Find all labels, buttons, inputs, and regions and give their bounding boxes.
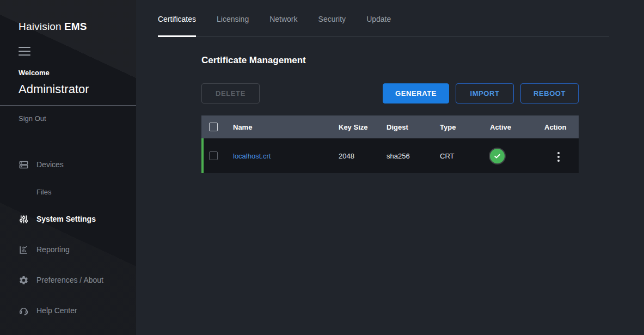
gear-icon bbox=[19, 275, 29, 285]
certificates-table: Name Key Size Digest Type Active Action … bbox=[201, 115, 579, 173]
user-name: Administrator bbox=[19, 82, 118, 96]
certificates-panel: Certificate Management DELETE GENERATE I… bbox=[136, 36, 644, 173]
sidebar-item-help-center[interactable]: Help Center bbox=[0, 295, 136, 326]
main-area: Certificates Licensing Network Security … bbox=[136, 0, 644, 335]
actions-row: DELETE GENERATE IMPORT REBOOT bbox=[201, 83, 579, 103]
delete-button[interactable]: DELETE bbox=[201, 83, 260, 103]
header-cell-type: Type bbox=[436, 123, 486, 131]
row-cell-key-size: 2048 bbox=[334, 152, 382, 160]
row-cell-digest: sha256 bbox=[382, 152, 436, 160]
sidebar-item-system-settings[interactable]: System Settings bbox=[0, 204, 136, 234]
sliders-icon bbox=[19, 214, 29, 224]
sign-out-link[interactable]: Sign Out bbox=[19, 114, 46, 123]
table-header-row: Name Key Size Digest Type Active Action bbox=[201, 115, 579, 138]
active-check-icon bbox=[490, 149, 505, 163]
app-window: HaivisionEMS Welcome Administrator Sign … bbox=[0, 0, 644, 335]
bar-chart-icon bbox=[19, 245, 29, 255]
row-cell-active bbox=[486, 149, 540, 163]
tab-network[interactable]: Network bbox=[269, 0, 297, 37]
logo-primary: Haivision bbox=[19, 21, 62, 32]
sidebar-item-files[interactable]: Files bbox=[0, 180, 136, 204]
row-actions-menu-icon[interactable] bbox=[555, 150, 562, 164]
sidebar-item-preferences-about[interactable]: Preferences / About bbox=[0, 265, 136, 295]
sidebar-item-label: Help Center bbox=[36, 306, 77, 315]
header-cell-active: Active bbox=[486, 123, 540, 131]
header-cell-checkbox bbox=[201, 123, 225, 131]
sidebar-item-label: System Settings bbox=[36, 215, 96, 223]
tab-licensing[interactable]: Licensing bbox=[217, 0, 249, 37]
tab-certificates[interactable]: Certificates bbox=[158, 0, 196, 37]
logo-suffix: EMS bbox=[64, 21, 87, 32]
import-button[interactable]: IMPORT bbox=[456, 83, 514, 103]
sidebar-item-reporting[interactable]: Reporting bbox=[0, 234, 136, 265]
header-cell-action: Action bbox=[540, 123, 579, 131]
sidebar-item-devices[interactable]: Devices bbox=[0, 149, 136, 180]
hamburger-menu-icon[interactable] bbox=[19, 47, 30, 56]
welcome-label: Welcome bbox=[19, 69, 118, 77]
app-logo: HaivisionEMS bbox=[0, 21, 136, 33]
sidebar: HaivisionEMS Welcome Administrator Sign … bbox=[0, 0, 136, 335]
sidebar-item-label: Files bbox=[36, 188, 51, 196]
tab-update[interactable]: Update bbox=[366, 0, 391, 37]
row-cell-action bbox=[540, 148, 579, 164]
table-row: localhost.crt 2048 sha256 CRT bbox=[201, 138, 579, 173]
header-cell-digest: Digest bbox=[382, 123, 436, 131]
header-cell-name: Name bbox=[225, 123, 334, 131]
row-cell-type: CRT bbox=[436, 152, 486, 160]
sidebar-item-label: Preferences / About bbox=[36, 276, 103, 284]
tab-security[interactable]: Security bbox=[318, 0, 346, 37]
generate-button[interactable]: GENERATE bbox=[383, 83, 449, 103]
sidebar-item-label: Devices bbox=[36, 160, 64, 169]
headset-icon bbox=[19, 306, 29, 316]
devices-icon bbox=[19, 160, 29, 170]
sidebar-nav: Devices Files System Settings bbox=[0, 149, 136, 326]
certificate-name-link[interactable]: localhost.crt bbox=[233, 152, 271, 160]
reboot-button[interactable]: REBOOT bbox=[520, 83, 579, 103]
settings-tabbar: Certificates Licensing Network Security … bbox=[158, 0, 609, 36]
page-title: Certificate Management bbox=[201, 55, 644, 66]
row-checkbox[interactable] bbox=[209, 151, 218, 160]
select-all-checkbox[interactable] bbox=[209, 123, 218, 131]
row-cell-name: localhost.crt bbox=[225, 152, 334, 160]
row-cell-checkbox bbox=[201, 151, 225, 160]
header-cell-key-size: Key Size bbox=[334, 123, 382, 131]
sidebar-divider bbox=[0, 105, 136, 106]
sidebar-item-label: Reporting bbox=[36, 245, 70, 254]
